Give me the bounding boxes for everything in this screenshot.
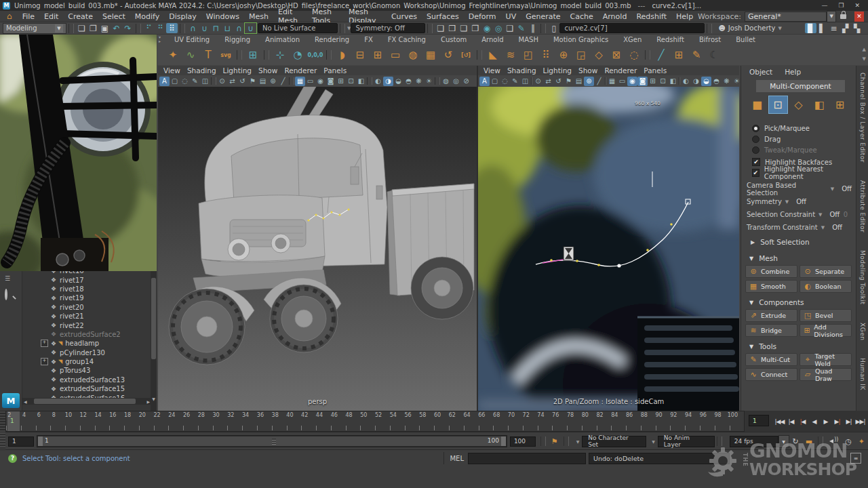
selection-highlight-icon[interactable]: A bbox=[159, 77, 170, 86]
anim-layer-arrow-icon[interactable]: ▼ bbox=[652, 439, 655, 444]
grid-icon[interactable]: ▦ bbox=[607, 77, 617, 86]
animation-end-field[interactable]: 100 bbox=[510, 436, 536, 447]
snap-to-grids-icon[interactable]: ∩ bbox=[187, 23, 199, 33]
film-gate-icon[interactable]: ▭ bbox=[617, 77, 627, 86]
pan-tool-icon[interactable]: ⇄ bbox=[543, 77, 553, 86]
gate-mask-icon[interactable]: ◙ bbox=[326, 77, 336, 86]
render-view-icon[interactable]: ❑ bbox=[435, 23, 446, 33]
select-object-icon[interactable]: ⠛ bbox=[155, 23, 166, 33]
toolkit-menu-object[interactable]: Object bbox=[749, 68, 772, 76]
animation-start-field[interactable]: 1 bbox=[8, 436, 34, 447]
workspace-select[interactable]: General* bbox=[745, 12, 827, 22]
image-plane-icon[interactable]: ▤ bbox=[574, 77, 584, 86]
shadows-icon[interactable]: ❋ bbox=[414, 77, 424, 86]
grid-icon[interactable]: ▦ bbox=[295, 77, 305, 86]
persp-canvas[interactable]: persp bbox=[158, 87, 477, 411]
viewport-sidecam[interactable]: ViewShadingLightingShowRendererPanels A▢… bbox=[478, 66, 739, 411]
pick-zoom-icon[interactable]: ◫ bbox=[200, 77, 210, 86]
roll-tool-icon[interactable]: ↺ bbox=[237, 77, 248, 86]
radio-drag[interactable]: Drag bbox=[745, 134, 852, 144]
help-icon[interactable]: ? bbox=[8, 454, 17, 463]
field-chart-icon[interactable]: ⊞ bbox=[336, 77, 346, 86]
box-pen-icon[interactable]: ⊞ bbox=[670, 47, 688, 63]
bevel-button[interactable]: ◳Bevel bbox=[800, 309, 852, 322]
radio-tweak-marquee[interactable]: Tweak/Marquee bbox=[745, 144, 852, 155]
outliner-item-rivet20[interactable]: ❖rivet20 bbox=[22, 303, 157, 312]
minimize-button[interactable]: — bbox=[821, 2, 827, 9]
maximize-button[interactable]: ❐ bbox=[838, 2, 844, 9]
outliner-item-rivet17[interactable]: ❖rivet17 bbox=[22, 275, 157, 284]
shadows-icon[interactable]: ❋ bbox=[722, 77, 732, 86]
script-editor-icon[interactable]: ≡ bbox=[850, 453, 861, 464]
play-backwards-button[interactable]: ◀ bbox=[809, 415, 819, 428]
tab-human-ik[interactable]: Human IK bbox=[859, 358, 866, 390]
animation-prefs-icon[interactable]: ▬ bbox=[806, 437, 812, 446]
step-forward-frame-button[interactable]: ▶| bbox=[844, 415, 854, 428]
sidecam-menu-renderer[interactable]: Renderer bbox=[604, 66, 637, 75]
menu-surfaces[interactable]: Surfaces bbox=[427, 12, 459, 21]
auto-key-icon[interactable]: ✦ bbox=[859, 437, 865, 446]
character-key-icon[interactable]: ⚑ bbox=[551, 437, 558, 446]
2d-pan-zoom-icon[interactable]: ⊛ bbox=[584, 77, 594, 86]
open-scene-icon[interactable]: ❐ bbox=[87, 23, 99, 33]
step-forward-key-button[interactable]: ▶| bbox=[832, 415, 842, 428]
symmetry-field[interactable]: Symmetry: Off bbox=[351, 23, 425, 33]
snap-to-view-planes-icon[interactable]: ∩ bbox=[233, 23, 245, 33]
range-start-handle[interactable] bbox=[38, 436, 43, 446]
poly-plane-icon[interactable]: ◇ bbox=[590, 47, 608, 63]
shelf-tab-animation[interactable]: Animation bbox=[258, 36, 307, 43]
use-all-lights-icon[interactable]: ◓ bbox=[403, 77, 414, 86]
soft-selection-header[interactable]: ▶Soft Selection bbox=[745, 235, 852, 249]
shelf-tab-bullet[interactable]: Bullet bbox=[728, 36, 763, 43]
persp-menu-show[interactable]: Show bbox=[258, 66, 277, 75]
sidecam-canvas[interactable]: 960 x 540 2D Pan/Zoom : Isolate : sideCa… bbox=[478, 87, 739, 411]
persp-menu-view[interactable]: View bbox=[163, 66, 180, 75]
menu-close-icon[interactable]: ✕ bbox=[854, 12, 864, 22]
menu-select[interactable]: Select bbox=[102, 12, 125, 21]
menu-file[interactable]: File bbox=[22, 12, 35, 21]
reset-counter-icon[interactable]: ◔ bbox=[289, 47, 307, 63]
anim-layer-dropdown[interactable]: No Anim Layer bbox=[658, 436, 715, 447]
paint-effects-icon[interactable]: ✎ bbox=[515, 23, 527, 33]
sidecam-menu-shading[interactable]: Shading bbox=[507, 66, 536, 75]
outliner-vscrollbar[interactable]: ▼ bbox=[151, 271, 157, 411]
tab-modeling-toolkit[interactable]: Modeling Toolkit bbox=[859, 250, 866, 305]
outliner-item-rivet22[interactable]: ❖rivet22 bbox=[22, 321, 157, 329]
radio-pick-marquee[interactable]: Pick/Marquee bbox=[745, 123, 852, 134]
2d-pan-zoom-icon[interactable]: ⊛ bbox=[268, 77, 278, 86]
multi-cut-button[interactable]: ✎Multi-Cut bbox=[745, 353, 797, 366]
poly-stack-icon[interactable]: ≋ bbox=[502, 47, 519, 63]
menu-set-dropdown[interactable]: Modeling▼ bbox=[3, 23, 66, 34]
menu-deform[interactable]: Deform bbox=[469, 12, 496, 21]
selection-input[interactable]: curve2.cv[7] bbox=[559, 23, 705, 33]
mel-input[interactable] bbox=[468, 453, 586, 464]
persp-menu-shading[interactable]: Shading bbox=[187, 66, 216, 75]
shelf-tab-custom[interactable]: Custom bbox=[433, 36, 474, 43]
wireframe-icon[interactable]: ◐ bbox=[373, 77, 383, 86]
interactive-playback-icon[interactable]: ◷ bbox=[845, 437, 852, 446]
dropdown-camera-based-selection[interactable]: Camera Based Selection▼Off bbox=[745, 182, 852, 195]
pause-icon[interactable]: ‖ bbox=[527, 23, 538, 33]
stacked-pane-layout-icon[interactable]: ≡ bbox=[828, 23, 840, 33]
hypershade-icon[interactable]: ◎ bbox=[492, 23, 504, 33]
curve-pen-icon[interactable]: ╱ bbox=[652, 47, 670, 63]
shelf-tab-uv-editing[interactable]: UV Editing bbox=[167, 36, 217, 43]
close-button[interactable]: ✕ bbox=[854, 2, 860, 9]
poly-squares-icon[interactable]: ⊞ bbox=[369, 47, 387, 63]
ipr-render-icon[interactable]: ❏ bbox=[458, 23, 469, 33]
poly-wire-sphere-icon[interactable]: ⊕ bbox=[555, 47, 572, 63]
current-frame-field[interactable]: 1 bbox=[749, 415, 769, 426]
user-account-menu[interactable]: ☻ Josh Docherty ▼ bbox=[718, 24, 781, 32]
menu-generate[interactable]: Generate bbox=[526, 12, 560, 21]
redo-icon[interactable]: ↷ bbox=[122, 23, 134, 33]
toolkit-menu-help[interactable]: Help bbox=[785, 68, 801, 76]
exposure-icon[interactable]: ⊘ bbox=[461, 77, 471, 86]
field-chart-icon[interactable]: ⊞ bbox=[648, 77, 658, 86]
live-surface-field[interactable]: No Live Surface bbox=[258, 23, 338, 33]
snap-to-points-icon[interactable]: ⊓ bbox=[210, 23, 222, 33]
poly-crescent-icon[interactable]: ◗ bbox=[334, 47, 351, 63]
poly-xbox-icon[interactable]: ⊠ bbox=[608, 47, 625, 63]
pan-tool-icon[interactable]: ⇄ bbox=[227, 77, 237, 86]
go-to-end-button[interactable]: ▶▶| bbox=[855, 415, 865, 428]
render-flags-icon[interactable]: ❑ bbox=[504, 23, 515, 33]
